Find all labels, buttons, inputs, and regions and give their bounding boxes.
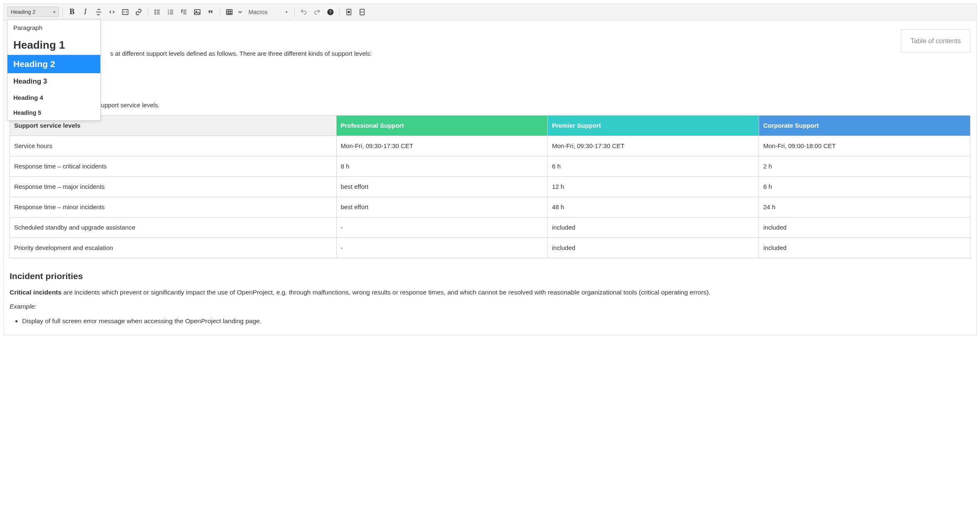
editor-container: Heading 2 ▾ B I 123 <box>3 3 977 335</box>
table-header-corporate[interactable]: Corporate Support <box>759 116 970 136</box>
table-cell[interactable]: 6 h <box>759 177 970 197</box>
table-cell[interactable]: best effort <box>336 177 548 197</box>
table-cell[interactable]: Response time – minor incidents <box>10 197 337 218</box>
redo-button[interactable] <box>311 6 323 18</box>
table-caption: The table specifies the different suppor… <box>10 100 970 110</box>
chevron-down-icon: ▾ <box>285 10 288 14</box>
strikethrough-button[interactable] <box>93 6 104 18</box>
undo-button[interactable] <box>298 6 310 18</box>
table-cell[interactable]: 2 h <box>759 156 970 177</box>
table-cell[interactable]: included <box>548 218 759 238</box>
table-cell[interactable]: Mon-Fri, 09:00-18:00 CET <box>759 136 970 156</box>
table-row: Priority development and escalation-incl… <box>10 238 970 258</box>
list-item: Display of full screen error message whe… <box>22 316 970 327</box>
bullet-list-button[interactable] <box>151 6 163 18</box>
table-header-premier[interactable]: Premier Support <box>548 116 759 136</box>
svg-rect-0 <box>122 10 128 15</box>
table-cell[interactable]: 8 h <box>336 156 548 177</box>
toolbar-separator <box>62 7 63 17</box>
table-row: Service hoursMon-Fri, 09:30-17:30 CETMon… <box>10 136 970 156</box>
table-button[interactable] <box>223 6 235 18</box>
svg-text:3: 3 <box>168 12 169 15</box>
format-option-heading-4[interactable]: Heading 4 <box>7 90 100 105</box>
svg-point-1 <box>155 10 156 10</box>
format-option-heading-1[interactable]: Heading 1 <box>7 35 100 55</box>
table-cell[interactable]: Scheduled standby and upgrade assistance <box>10 218 337 238</box>
format-option-heading-5[interactable]: Heading 5 <box>7 105 100 120</box>
bold-button[interactable]: B <box>66 6 78 18</box>
toolbar-separator <box>220 7 220 17</box>
table-row: Response time – minor incidentsbest effo… <box>10 197 970 218</box>
svg-rect-9 <box>226 10 232 15</box>
table-cell[interactable]: Mon-Fri, 09:30-17:30 CET <box>548 136 759 156</box>
help-button[interactable]: ? <box>325 6 336 18</box>
italic-button[interactable]: I <box>79 6 91 18</box>
image-button[interactable] <box>191 6 203 18</box>
table-row: Scheduled standby and upgrade assistance… <box>10 218 970 238</box>
table-cell[interactable]: 24 h <box>759 197 970 218</box>
blockquote-button[interactable] <box>205 6 216 18</box>
intro-paragraph: OpenProject provides support servics at … <box>10 49 970 59</box>
table-header-row: Support service levels Professional Supp… <box>10 116 970 136</box>
critical-incidents-paragraph: Critical incidents are incidents which p… <box>10 287 970 298</box>
example-label: Example: <box>10 302 970 312</box>
svg-point-3 <box>155 13 156 14</box>
table-cell[interactable]: Response time – critical incidents <box>10 156 337 177</box>
format-selected-label: Heading 2 <box>11 9 35 15</box>
preview-button[interactable] <box>343 6 355 18</box>
toc-label: Table of contents <box>911 37 961 45</box>
table-row: Response time – major incidentsbest effo… <box>10 177 970 197</box>
format-option-paragraph[interactable]: Paragraph <box>7 20 100 35</box>
table-cell[interactable]: included <box>759 218 970 238</box>
toolbar-separator <box>340 7 340 17</box>
svg-point-2 <box>155 12 156 12</box>
numbered-list-button[interactable]: 123 <box>165 6 176 18</box>
format-option-heading-3[interactable]: Heading 3 <box>7 73 100 90</box>
toolbar-separator <box>294 7 295 17</box>
editor-content[interactable]: Table of contents OpenProject provides s… <box>4 20 976 335</box>
table-cell[interactable]: - <box>336 238 548 258</box>
table-row: Response time – critical incidents8 h6 h… <box>10 156 970 177</box>
support-levels-table: Support service levels Professional Supp… <box>10 115 970 258</box>
task-list-button[interactable] <box>178 6 190 18</box>
format-dropdown-menu: Paragraph Heading 1 Heading 2 Heading 3 … <box>7 20 101 121</box>
table-cell[interactable]: 12 h <box>548 177 759 197</box>
table-cell[interactable]: included <box>759 238 970 258</box>
table-cell[interactable]: Priority development and escalation <box>10 238 337 258</box>
inline-code-button[interactable] <box>106 6 118 18</box>
table-cell[interactable]: included <box>548 238 759 258</box>
svg-text:?: ? <box>329 9 332 14</box>
toolbar-separator <box>148 7 148 17</box>
code-block-button[interactable] <box>119 6 131 18</box>
svg-rect-7 <box>194 10 200 15</box>
table-of-contents-widget[interactable]: Table of contents <box>901 30 970 53</box>
macros-dropdown[interactable]: Macros ▾ <box>245 7 291 17</box>
table-cell[interactable]: Response time – major incidents <box>10 177 337 197</box>
link-button[interactable] <box>133 6 144 18</box>
table-cell[interactable]: best effort <box>336 197 548 218</box>
table-cell[interactable]: 6 h <box>548 156 759 177</box>
example-list: Display of full screen error message whe… <box>10 316 970 327</box>
table-cell[interactable]: 48 h <box>548 197 759 218</box>
table-cell[interactable]: Mon-Fri, 09:30-17:30 CET <box>336 136 548 156</box>
svg-point-14 <box>349 12 350 12</box>
format-option-heading-2[interactable]: Heading 2 <box>7 55 100 73</box>
format-dropdown-trigger[interactable]: Heading 2 ▾ <box>7 7 59 17</box>
table-header-professional[interactable]: Professional Support <box>336 116 548 136</box>
editor-toolbar: Heading 2 ▾ B I 123 <box>4 4 976 20</box>
table-cell[interactable]: - <box>336 218 548 238</box>
table-dropdown-button[interactable] <box>237 6 243 18</box>
macros-label: Macros <box>248 9 268 15</box>
critical-incidents-bold: Critical incidents <box>10 289 62 296</box>
table-cell[interactable]: Service hours <box>10 136 337 156</box>
heading-incident-priorities[interactable]: Incident priorities <box>10 269 970 283</box>
source-button[interactable] <box>357 6 368 18</box>
chevron-down-icon: ▾ <box>53 10 55 14</box>
